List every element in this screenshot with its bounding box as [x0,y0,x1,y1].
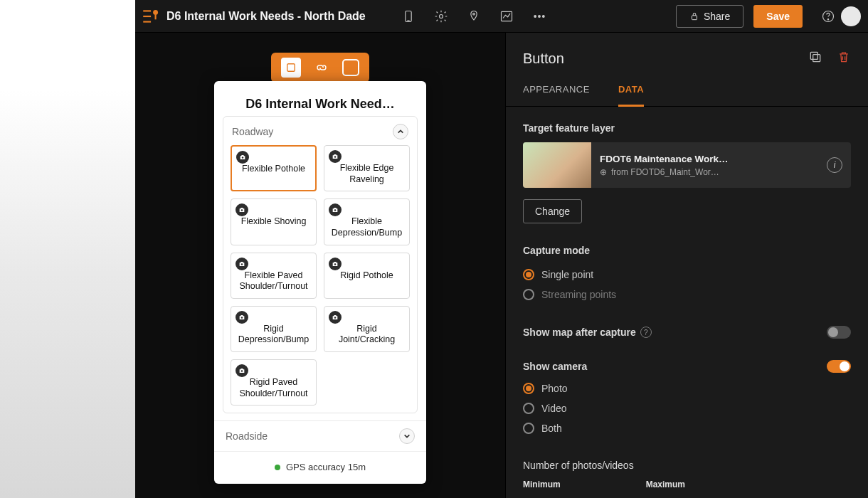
analytics-icon[interactable] [499,9,514,23]
tool-link-icon[interactable] [312,58,332,78]
app-logo-icon [141,7,159,26]
svg-point-22 [241,317,243,319]
svg-rect-15 [287,64,295,72]
expand-icon[interactable] [399,428,415,444]
svg-point-23 [334,317,337,319]
tile-flexible-edge-raveling[interactable]: Flexible Edge Raveling [324,145,410,191]
svg-rect-25 [813,55,820,62]
radio-single-point[interactable]: Single point [523,265,851,285]
share-button[interactable]: Share [676,5,743,28]
layer-info-icon[interactable]: i [827,157,842,173]
svg-point-6 [439,14,443,18]
svg-point-20 [241,263,243,265]
layer-source: from FDOTD6_Maint_Wor… [611,167,719,177]
share-button-label: Share [704,11,730,22]
svg-point-9 [534,15,536,17]
svg-rect-26 [810,52,817,59]
radio-streaming-points[interactable]: Streaming points [523,285,851,304]
svg-point-21 [334,263,337,265]
radio-both[interactable]: Both [523,418,851,438]
camera-icon [329,311,342,324]
tile-flexible-pothole[interactable]: Flexible Pothole [231,145,317,191]
device-preview-icon[interactable] [401,9,416,23]
offline-icon[interactable] [467,9,481,23]
save-button[interactable]: Save [753,5,803,28]
show-map-label: Show map after capture [523,327,636,338]
show-camera-label: Show camera [523,361,587,372]
svg-point-24 [241,370,243,372]
camera-icon [329,258,342,270]
panel-title: Button [523,51,564,67]
canvas-toolbar [271,53,369,83]
tile-flexible-paved-shoulder-turnout[interactable]: Flexible Paved Shoulder/Turnout [231,253,317,299]
project-title: D6 Internal Work Needs - North Dade [166,10,366,23]
svg-point-10 [538,15,540,17]
max-label: Maximum [646,480,685,489]
min-label: Minimum [523,480,561,489]
tile-flexible-shoving[interactable]: Flexible Shoving [231,198,317,245]
tile-rigid-pothole[interactable]: Rigid Pothole [324,253,410,299]
tab-data[interactable]: DATA [618,75,644,107]
tool-page-icon[interactable] [281,58,301,78]
change-layer-button[interactable]: Change [523,199,582,223]
capture-mode-label: Capture mode [523,245,851,256]
gps-status: GPS accuracy 15m [214,451,426,484]
section-roadway-label: Roadway [232,126,273,137]
camera-icon [235,311,248,324]
camera-icon [235,258,248,270]
layer-name: FDOT6 Maintenance Work… [600,154,818,164]
device-preview: D6 Internal Work Need… Roadway Flexible … [214,81,426,484]
radio-video[interactable]: Video [523,398,851,418]
tile-label: Rigid Pothole [330,258,403,282]
svg-point-19 [334,209,337,211]
settings-icon[interactable] [434,9,448,23]
tool-container-icon[interactable] [342,59,359,76]
svg-rect-12 [692,15,697,19]
help-icon[interactable] [821,9,835,23]
toggle-show-map[interactable] [827,326,851,339]
collapse-icon[interactable] [393,124,408,139]
svg-point-11 [542,15,544,17]
tile-rigid-depression-bump[interactable]: Rigid Depression/Bump [231,306,317,352]
svg-point-16 [242,157,244,159]
camera-icon [236,151,249,164]
tile-rigid-joint-cracking[interactable]: Rigid Joint/Cracking [324,306,410,352]
target-layer-card: FDOT6 Maintenance Work… ⊕from FDOTD6_Mai… [523,142,851,188]
svg-point-7 [472,13,475,15]
toggle-show-camera[interactable] [827,360,851,373]
camera-icon [235,364,248,377]
point-icon: ⊕ [600,167,607,177]
radio-photo[interactable]: Photo [523,378,851,398]
tile-flexible-depression-bump[interactable]: Flexible Depression/Bump [324,198,410,245]
form-title: D6 Internal Work Need… [214,81,426,116]
svg-point-17 [334,156,337,158]
help-show-map-icon[interactable]: ? [640,327,652,338]
delete-icon[interactable] [837,50,851,67]
svg-point-18 [241,209,243,211]
gps-dot-icon [275,465,280,470]
avatar[interactable] [841,6,861,26]
svg-point-14 [827,18,828,19]
camera-icon [329,150,342,163]
tab-appearance[interactable]: APPEARANCE [523,75,590,106]
svg-point-3 [153,10,158,15]
layer-thumbnail [523,142,591,188]
target-layer-label: Target feature layer [523,122,851,134]
num-photos-label: Number of photos/videos [523,460,851,471]
tile-rigid-paved-shoulder-turnout[interactable]: Rigid Paved Shoulder/Turnout [231,359,317,406]
more-icon[interactable] [532,9,546,23]
section-roadside-label: Roadside [226,430,268,442]
duplicate-icon[interactable] [808,50,822,67]
